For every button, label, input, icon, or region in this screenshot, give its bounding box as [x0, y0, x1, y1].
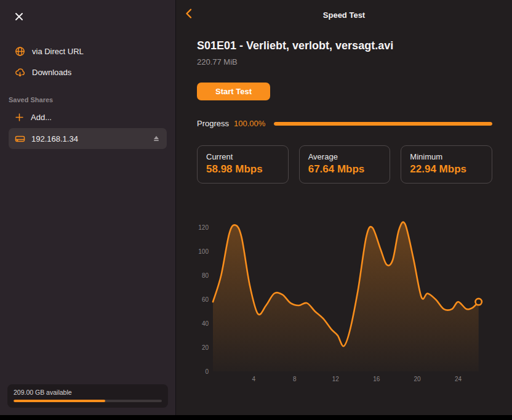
storage-available-label: 209.00 GB available	[14, 389, 162, 396]
svg-text:8: 8	[293, 376, 297, 382]
stat-label: Current	[206, 152, 279, 161]
app-window: via Direct URL Downloads Saved Shares Ad…	[0, 0, 512, 415]
sidebar-item-label: via Direct URL	[32, 47, 84, 56]
share-address-label: 192.168.1.34	[31, 134, 78, 143]
svg-text:12: 12	[332, 376, 340, 382]
progress-row: Progress 100.00%	[197, 119, 492, 128]
back-button[interactable]	[183, 7, 196, 20]
plus-icon	[15, 113, 24, 122]
file-size: 220.77 MiB	[197, 57, 492, 67]
stat-value: 67.64 Mbps	[308, 163, 382, 176]
progress-bar-track	[274, 122, 492, 126]
close-icon	[14, 11, 25, 22]
file-title: S01E01 - Verliebt, verlobt, versagt.avi	[197, 39, 492, 52]
stat-card-minimum: Minimum 22.94 Mbps	[401, 145, 492, 184]
stat-label: Minimum	[410, 152, 483, 161]
svg-text:80: 80	[202, 272, 209, 279]
svg-text:120: 120	[198, 224, 209, 231]
eject-icon[interactable]	[152, 134, 161, 143]
progress-label: Progress	[197, 119, 229, 128]
speed-chart: 0204060801001204812162024	[197, 211, 492, 386]
add-share-label: Add...	[31, 113, 52, 122]
svg-text:24: 24	[455, 376, 462, 382]
svg-text:100: 100	[198, 248, 209, 255]
page-title: Speed Test	[176, 0, 512, 20]
sidebar: via Direct URL Downloads Saved Shares Ad…	[0, 0, 176, 415]
progress-bar-fill	[274, 122, 492, 126]
svg-text:20: 20	[202, 344, 209, 351]
stat-value: 58.98 Mbps	[206, 163, 279, 176]
add-share-button[interactable]: Add...	[0, 107, 175, 127]
main-panel: Speed Test S01E01 - Verliebt, verlobt, v…	[176, 0, 512, 415]
progress-value: 100.00%	[234, 119, 265, 128]
svg-text:40: 40	[202, 320, 209, 327]
sidebar-item-label: Downloads	[32, 68, 71, 77]
stats-row: Current 58.98 Mbps Average 67.64 Mbps Mi…	[197, 145, 492, 184]
close-button[interactable]	[14, 11, 25, 22]
stat-label: Average	[308, 152, 382, 161]
svg-text:4: 4	[252, 376, 256, 382]
drive-icon	[15, 134, 25, 144]
stat-card-current: Current 58.98 Mbps	[197, 145, 289, 184]
sidebar-menu: via Direct URL Downloads	[0, 0, 175, 83]
saved-shares-header: Saved Shares	[0, 83, 175, 107]
chevron-left-icon	[183, 7, 196, 20]
sidebar-item-direct-url[interactable]: via Direct URL	[0, 41, 175, 62]
start-test-button[interactable]: Start Test	[197, 83, 270, 100]
stat-card-average: Average 67.64 Mbps	[299, 145, 391, 184]
globe-icon	[15, 46, 25, 57]
storage-status: 209.00 GB available	[7, 384, 168, 408]
svg-text:16: 16	[373, 376, 380, 382]
storage-progress-track	[14, 400, 162, 402]
sidebar-item-downloads[interactable]: Downloads	[0, 62, 175, 83]
svg-text:0: 0	[205, 368, 209, 375]
stat-value: 22.94 Mbps	[410, 163, 483, 176]
chart-container: 0204060801001204812162024	[197, 211, 492, 386]
svg-text:20: 20	[414, 376, 422, 382]
svg-text:60: 60	[202, 296, 209, 303]
storage-progress-fill	[14, 400, 105, 402]
cloud-download-icon	[15, 67, 25, 78]
main-header: Speed Test	[176, 0, 512, 27]
share-row-192-168-1-34[interactable]: 192.168.1.34	[9, 128, 167, 149]
main-content: S01E01 - Verliebt, verlobt, versagt.avi …	[176, 39, 512, 386]
